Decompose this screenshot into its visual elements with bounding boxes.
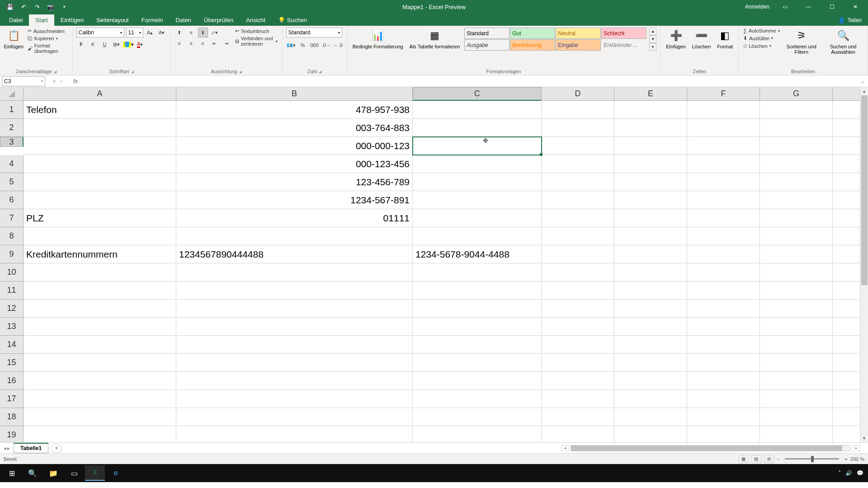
cell[interactable] [24,119,176,137]
cell[interactable] [614,119,687,137]
taskbar-search[interactable]: 🔍 [23,465,42,481]
cell[interactable] [176,300,413,318]
cell[interactable] [542,300,614,318]
save-button[interactable]: 💾 [5,1,15,12]
cell[interactable] [24,263,176,282]
cell[interactable]: 000-000-123 [176,137,413,155]
hscroll-right[interactable]: ▸ [853,445,860,451]
cell[interactable] [760,336,833,354]
zoom-slider[interactable] [785,458,839,460]
tab-search[interactable]: 💡 Suchen [272,14,313,26]
cell[interactable] [687,209,760,227]
cell[interactable] [687,227,760,245]
cell[interactable] [760,245,833,263]
cell[interactable] [542,354,614,372]
fx-button[interactable]: fx [71,78,80,84]
cell[interactable] [760,372,833,390]
cell[interactable] [413,354,542,372]
cell[interactable] [687,336,760,354]
align-launcher[interactable]: ◢ [239,70,242,74]
insert-cells-button[interactable]: ➕Einfügen [664,28,687,50]
row-header[interactable]: 7 [0,209,24,227]
row-header[interactable]: 18 [0,408,24,426]
row-header[interactable]: 15 [0,354,24,372]
cell[interactable] [614,263,687,282]
decrease-font-button[interactable]: A▾ [157,28,167,38]
format-cells-button[interactable]: ◧Format [715,28,735,50]
column-header[interactable]: A [24,87,176,101]
percent-button[interactable]: % [298,40,308,50]
cell[interactable] [413,227,542,245]
cell[interactable] [542,408,614,426]
align-left-button[interactable]: ≡ [175,38,184,48]
tab-review[interactable]: Überprüfen [198,14,240,26]
cell[interactable]: 1234567890444488 [176,245,413,263]
cell[interactable] [176,354,413,372]
align-middle-button[interactable]: ≡ [186,28,196,38]
cell[interactable] [760,155,833,173]
camera-button[interactable]: 📷 [45,1,56,12]
cell[interactable]: 003-764-883 [176,119,413,137]
row-header[interactable]: 14 [0,336,24,354]
name-box[interactable]: C3▾ [2,76,45,86]
cell[interactable] [24,227,176,245]
cell[interactable] [687,408,760,426]
cell[interactable] [687,390,760,408]
row-header[interactable]: 17 [0,390,24,408]
tab-layout[interactable]: Seitenlayout [90,14,135,26]
tab-data[interactable]: Daten [169,14,198,26]
conditional-formatting-button[interactable]: 📊Bedingte Formatierung [351,28,405,50]
zoom-out-button[interactable]: − [777,456,779,462]
column-header[interactable]: D [542,87,614,101]
cell[interactable] [542,173,614,191]
cell[interactable] [24,173,176,191]
cell[interactable] [687,155,760,173]
cell[interactable] [614,372,687,390]
column-header[interactable]: C [413,87,542,101]
cell[interactable] [413,101,542,119]
sheet-tab-active[interactable]: Tabelle1 [14,443,48,453]
vertical-scrollbar[interactable]: ▲ ▼ [860,87,868,442]
fill-button[interactable]: ⬇Ausfüllen▾ [742,35,780,42]
share-button[interactable]: 👤 Teilen [832,15,868,26]
cell[interactable] [614,173,687,191]
decrease-indent-button[interactable]: ⇤ [210,38,220,48]
increase-decimal-button[interactable]: .0→ [321,40,331,50]
row-header[interactable]: 6 [0,191,24,209]
cell[interactable] [413,263,542,282]
cell[interactable]: 01111 [176,209,413,227]
cell[interactable] [24,137,176,155]
cell[interactable] [760,191,833,209]
cell[interactable] [614,137,687,155]
cell[interactable] [413,390,542,408]
cell[interactable] [24,282,176,300]
view-normal-button[interactable]: ▦ [739,455,749,463]
redo-button[interactable]: ↷ [32,1,42,12]
row-header[interactable]: 8 [0,227,24,245]
cell[interactable] [176,336,413,354]
cell[interactable] [542,191,614,209]
clear-button[interactable]: ◇Löschen▾ [742,42,780,49]
hscroll-left[interactable]: ◂ [561,445,569,451]
comma-button[interactable]: 000 [310,40,320,50]
sheet-nav-prev[interactable]: ▸ [7,445,10,451]
cell[interactable] [542,119,614,137]
cell[interactable] [760,408,833,426]
cell[interactable] [542,390,614,408]
tray-volume-icon[interactable]: 🔊 [845,470,852,476]
cell[interactable]: Telefon [24,101,176,119]
cell[interactable] [413,209,542,227]
cell[interactable] [614,245,687,263]
sheet-nav-first[interactable]: ◂ [4,445,6,451]
number-format-select[interactable]: Standard▾ [286,28,342,38]
cell[interactable] [687,263,760,282]
cell[interactable] [760,173,833,191]
increase-font-button[interactable]: A▴ [145,28,155,38]
row-header[interactable]: 1 [0,101,24,119]
view-page-layout-button[interactable]: ▤ [751,455,761,463]
row-header[interactable]: 13 [0,318,24,336]
style-standard[interactable]: Standard [464,28,509,39]
cell[interactable] [614,101,687,119]
cell[interactable] [614,227,687,245]
cell[interactable] [614,155,687,173]
